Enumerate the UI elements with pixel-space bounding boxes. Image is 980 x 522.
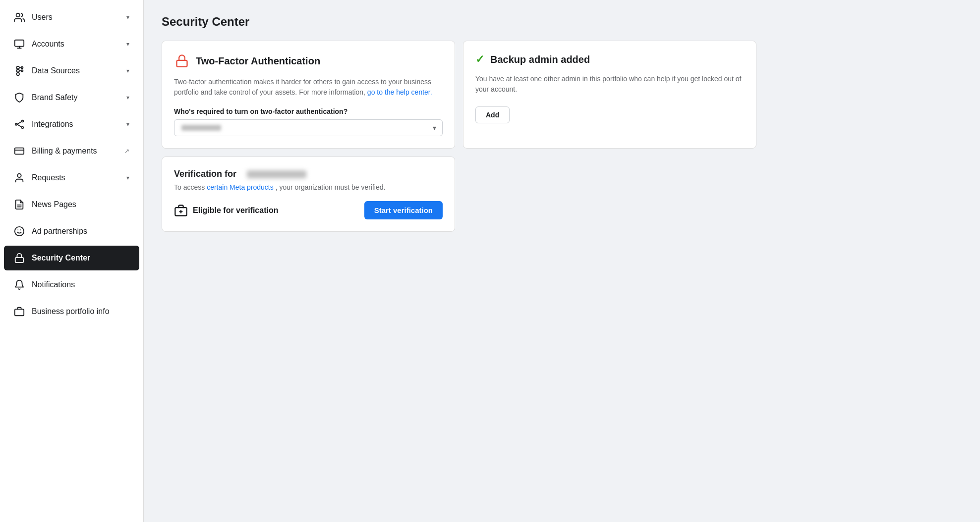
sidebar-item-data-sources-label: Data Sources [32,66,119,75]
notifications-icon [14,279,25,290]
start-verification-button[interactable]: Start verification [364,201,443,219]
sidebar-item-news-pages[interactable]: News Pages [4,192,139,217]
page-title: Security Center [162,15,962,29]
chevron-down-icon: ▾ [126,14,129,21]
two-factor-card: Two-Factor Authentication Two-factor aut… [162,41,455,149]
sidebar-item-ad-partnerships[interactable]: Ad partnerships [4,219,139,244]
svg-rect-27 [177,60,187,67]
two-factor-select[interactable]: ▾ [174,119,443,136]
backup-admin-header: ✓ Backup admin added [475,53,744,66]
sidebar-item-business-portfolio[interactable]: Business portfolio info [4,299,139,324]
requests-icon [14,172,25,183]
meta-products-link[interactable]: certain Meta products [207,183,274,191]
sidebar-item-business-portfolio-label: Business portfolio info [32,307,129,316]
security-center-icon [14,253,25,263]
integrations-icon [14,119,25,130]
sidebar: Users ▾ Accounts ▾ Data Sources ▾ [0,0,144,522]
eligible-badge: Eligible for verification [174,204,278,217]
sidebar-item-requests-label: Requests [32,173,119,182]
select-arrow-icon: ▾ [433,124,436,132]
users-icon [14,12,25,23]
svg-rect-25 [15,258,24,262]
sidebar-item-data-sources[interactable]: Data Sources ▾ [4,58,139,83]
sidebar-item-integrations[interactable]: Integrations ▾ [4,112,139,137]
svg-rect-1 [15,40,24,47]
sidebar-item-security-center-label: Security Center [32,254,129,262]
svg-line-15 [17,122,21,125]
sidebar-item-brand-safety[interactable]: Brand Safety ▾ [4,85,139,110]
chevron-down-icon: ▾ [126,174,129,181]
chevron-down-icon: ▾ [126,41,129,48]
svg-point-0 [16,13,20,17]
backup-admin-card: ✓ Backup admin added You have at least o… [463,41,756,149]
lock-icon [174,53,190,69]
chevron-down-icon: ▾ [126,67,129,74]
eligible-icon [174,204,188,217]
sidebar-item-billing-label: Billing & payments [32,147,117,156]
data-sources-icon [14,65,25,76]
sidebar-item-notifications[interactable]: Notifications [4,272,139,297]
accounts-icon [14,39,25,50]
help-center-link[interactable]: go to the help center. [367,88,432,96]
svg-rect-17 [15,148,24,155]
two-factor-title: Two-Factor Authentication [196,55,320,67]
two-factor-field-label: Who's required to turn on two-factor aut… [174,107,443,115]
org-name-blurred [247,170,306,178]
external-link-icon: ↗ [124,148,129,155]
sidebar-item-users-label: Users [32,13,119,22]
sidebar-item-accounts[interactable]: Accounts ▾ [4,32,139,56]
sidebar-item-users[interactable]: Users ▾ [4,5,139,30]
eligible-label: Eligible for verification [193,206,278,215]
sidebar-item-brand-safety-label: Brand Safety [32,93,119,102]
sidebar-item-notifications-label: Notifications [32,280,129,289]
svg-rect-26 [15,309,24,315]
sidebar-item-accounts-label: Accounts [32,40,119,49]
verification-title: Verification for [174,169,443,179]
two-factor-header: Two-Factor Authentication [174,53,443,69]
select-blurred-value [181,125,221,131]
sidebar-item-integrations-label: Integrations [32,120,119,129]
two-factor-description: Two-factor authentication makes it harde… [174,77,443,98]
business-portfolio-icon [14,306,25,317]
sidebar-item-news-pages-label: News Pages [32,200,129,209]
verification-card: Verification for To access certain Meta … [162,157,455,232]
backup-admin-title: Backup admin added [490,54,590,65]
verification-description: To access certain Meta products , your o… [174,183,443,191]
sidebar-item-ad-partnerships-label: Ad partnerships [32,227,129,236]
ad-partnerships-icon [14,226,25,237]
svg-point-19 [17,174,21,177]
backup-admin-description: You have at least one other admin in thi… [475,74,744,95]
verification-status: Eligible for verification Start verifica… [174,201,443,219]
sidebar-item-billing[interactable]: Billing & payments ↗ [4,139,139,163]
sidebar-item-security-center[interactable]: Security Center [4,246,139,270]
chevron-down-icon: ▾ [126,94,129,101]
svg-point-22 [15,227,24,236]
news-pages-icon [14,199,25,210]
svg-line-16 [17,124,21,127]
cards-grid: Two-Factor Authentication Two-factor aut… [162,41,756,232]
main-content: Security Center Two-Factor Authenticatio… [144,0,980,522]
billing-icon [14,146,25,157]
chevron-down-icon: ▾ [126,121,129,128]
sidebar-item-requests[interactable]: Requests ▾ [4,165,139,190]
brand-safety-icon [14,92,25,103]
add-admin-button[interactable]: Add [475,106,510,123]
checkmark-icon: ✓ [475,53,484,66]
